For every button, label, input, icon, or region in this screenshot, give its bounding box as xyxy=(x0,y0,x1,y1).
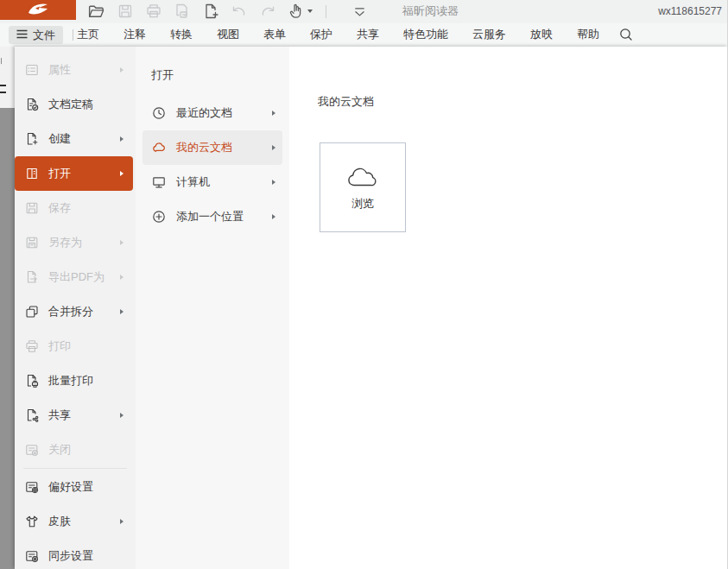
submenu-arrow-icon xyxy=(272,145,275,150)
toolbar-divider xyxy=(326,5,326,18)
file-menu-sidebar: 属性 文档定稿 创建 打 xyxy=(15,47,136,569)
open-item-cloud-docs[interactable]: 我的云文档 xyxy=(142,130,282,165)
cloud-docs-content: 我的云文档 浏览 xyxy=(289,47,728,569)
clock-icon xyxy=(151,105,167,121)
tab-view[interactable]: 视图 xyxy=(217,27,239,42)
add-place-icon xyxy=(151,209,167,224)
open-item-add-place[interactable]: 添加一个位置 xyxy=(142,199,282,234)
quick-access-toolbar xyxy=(87,0,368,22)
skin-icon xyxy=(24,514,40,529)
computer-icon xyxy=(151,174,167,190)
tab-share[interactable]: 共享 xyxy=(357,27,379,42)
menu-item-sync-settings[interactable]: 同步设置 xyxy=(15,539,136,569)
menubar-divider xyxy=(73,29,73,41)
redo-icon xyxy=(259,3,276,20)
menu-item-open[interactable]: 打开 xyxy=(15,156,133,191)
menu-item-save-as: 另存为 xyxy=(15,225,136,260)
more-tools-icon[interactable] xyxy=(351,3,368,20)
menu-item-batch-print[interactable]: 批量打印 xyxy=(15,364,136,398)
hamburger-icon xyxy=(16,28,28,41)
submenu-arrow-icon xyxy=(120,171,123,176)
submenu-arrow-icon xyxy=(272,214,275,219)
cloud-outline-icon xyxy=(345,164,380,188)
file-menu-button[interactable]: 文件 xyxy=(9,26,63,44)
menu-item-skin[interactable]: 皮肤 xyxy=(15,504,136,539)
sync-settings-icon xyxy=(24,548,40,564)
save-icon xyxy=(24,200,40,216)
account-id: wx118615277 xyxy=(658,0,722,22)
submenu-arrow-icon xyxy=(120,413,123,418)
content-title: 我的云文档 xyxy=(318,94,374,110)
sidebar-divider xyxy=(23,468,127,469)
submenu-arrow-icon xyxy=(120,67,123,73)
menu-item-create[interactable]: 创建 xyxy=(15,122,136,156)
menu-item-merge-split[interactable]: 合并拆分 xyxy=(15,294,136,329)
file-menu-label: 文件 xyxy=(33,28,55,43)
open-item-computer[interactable]: 计算机 xyxy=(142,165,282,199)
cloud-icon xyxy=(151,140,167,155)
menu-item-close: 关闭 xyxy=(15,433,136,467)
properties-icon xyxy=(24,62,40,78)
file-backstage: 属性 文档定稿 创建 打 xyxy=(15,47,728,569)
print-icon xyxy=(145,3,162,20)
tab-comment[interactable]: 注释 xyxy=(123,27,146,42)
document-check-icon xyxy=(24,97,40,112)
batch-print-icon xyxy=(24,373,40,389)
printer-icon xyxy=(24,338,40,354)
submenu-arrow-icon xyxy=(272,180,275,185)
menu-item-properties: 属性 xyxy=(15,53,136,87)
open-book-icon xyxy=(24,166,40,181)
submenu-arrow-icon xyxy=(120,275,123,280)
submenu-arrow-icon xyxy=(120,519,123,524)
tab-convert[interactable]: 转换 xyxy=(170,27,193,42)
undo-icon xyxy=(231,3,248,20)
app-logo[interactable] xyxy=(0,0,76,20)
ribbon-tabs: 主页 注释 转换 视图 表单 保护 共享 特色功能 云服务 放映 帮助 xyxy=(77,23,634,46)
share-icon xyxy=(24,408,40,423)
preferences-icon xyxy=(24,479,40,495)
menu-item-print: 打印 xyxy=(15,329,136,364)
save-as-icon xyxy=(24,235,40,250)
pages-icon xyxy=(174,3,191,20)
document-plus-icon xyxy=(24,131,40,147)
close-document-icon xyxy=(24,442,40,458)
browse-card[interactable]: 浏览 xyxy=(320,142,406,232)
ribbon-tab-bar: 文件 主页 注释 转换 视图 表单 保护 共享 特色功能 云服务 放映 帮助 xyxy=(0,23,728,47)
menu-item-preferences[interactable]: 偏好设置 xyxy=(15,470,136,504)
menu-item-share[interactable]: 共享 xyxy=(15,398,136,433)
open-item-recent[interactable]: 最近的文档 xyxy=(142,96,282,130)
tab-home[interactable]: 主页 xyxy=(77,27,99,42)
menu-item-finalize[interactable]: 文档定稿 xyxy=(15,87,136,122)
tab-help[interactable]: 帮助 xyxy=(577,27,599,42)
tab-form[interactable]: 表单 xyxy=(263,27,286,42)
tab-protect[interactable]: 保护 xyxy=(310,27,332,42)
menu-item-save: 保存 xyxy=(15,191,136,225)
search-icon[interactable] xyxy=(618,27,634,42)
new-document-icon[interactable] xyxy=(202,3,219,20)
export-pdf-icon xyxy=(24,269,40,285)
submenu-arrow-icon xyxy=(272,111,275,116)
foxit-logo-icon xyxy=(27,2,49,19)
tab-features[interactable]: 特色功能 xyxy=(403,27,448,42)
browse-label: 浏览 xyxy=(351,196,374,212)
hand-tool-icon[interactable] xyxy=(288,3,313,20)
tab-cloud-service[interactable]: 云服务 xyxy=(472,27,506,42)
open-folder-icon[interactable] xyxy=(87,3,105,21)
submenu-arrow-icon xyxy=(120,309,123,314)
merge-split-icon xyxy=(24,304,40,319)
open-panel: 打开 最近的文档 我的云文档 计算机 xyxy=(136,47,289,569)
submenu-arrow-icon xyxy=(120,240,123,245)
menu-item-export-pdf: 导出PDF为 xyxy=(15,260,136,294)
hand-tool-dropdown-caret xyxy=(307,9,313,13)
tab-play[interactable]: 放映 xyxy=(530,27,553,42)
submenu-arrow-icon xyxy=(120,136,123,142)
titlebar: 福昕阅读器 wx118615277 xyxy=(0,0,728,23)
window-title: 福昕阅读器 xyxy=(402,0,459,22)
open-panel-header: 打开 xyxy=(136,67,289,83)
background-document-area xyxy=(0,47,15,569)
save-icon xyxy=(117,3,134,20)
